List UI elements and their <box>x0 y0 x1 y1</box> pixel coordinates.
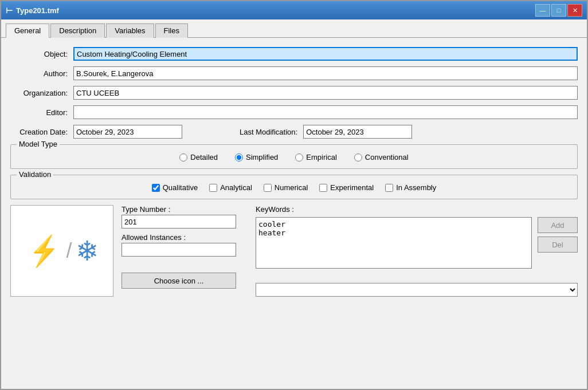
last-modification-label: Last Modification: <box>240 128 297 136</box>
radio-conventional-label: Conventional <box>365 153 409 161</box>
checkbox-numerical-input[interactable] <box>264 184 272 192</box>
editor-row: Editor: <box>10 105 578 119</box>
model-type-group: Model Type Detailed Simplified Empirical… <box>10 144 578 169</box>
last-modification-input[interactable] <box>303 125 412 139</box>
main-window: ⊢ Type201.tmf — □ ✕ General Description … <box>0 0 588 390</box>
radio-conventional[interactable]: Conventional <box>354 153 409 161</box>
checkbox-experimental[interactable]: Experimental <box>319 183 374 192</box>
keywords-section: KeyWords : Add Del <box>256 205 578 297</box>
minimize-button[interactable]: — <box>535 4 550 17</box>
title-buttons: — □ ✕ <box>535 4 582 17</box>
title-bar-left: ⊢ Type201.tmf <box>6 6 59 15</box>
validation-title: Validation <box>17 170 53 179</box>
close-button[interactable]: ✕ <box>567 4 582 17</box>
maximize-button[interactable]: □ <box>551 4 566 17</box>
add-button[interactable]: Add <box>538 217 578 233</box>
type-number-section: Type Number : <box>121 205 248 229</box>
choose-icon-button[interactable]: Choose icon ... <box>121 273 236 289</box>
checkbox-numerical[interactable]: Numerical <box>264 183 308 192</box>
creation-date-input[interactable] <box>73 125 182 139</box>
keywords-textarea[interactable] <box>256 217 532 269</box>
organization-row: Organization: <box>10 86 578 100</box>
checkbox-numerical-label: Numerical <box>275 183 308 192</box>
tab-bar: General Description Variables Files <box>1 19 587 38</box>
date-row: Creation Date: Last Modification: <box>10 125 578 139</box>
checkbox-experimental-input[interactable] <box>319 184 327 192</box>
tab-description[interactable]: Description <box>50 23 105 38</box>
author-label: Author: <box>10 69 73 78</box>
checkbox-analytical-label: Analytical <box>220 183 252 192</box>
tab-general[interactable]: General <box>6 23 49 38</box>
keywords-area: Add Del <box>256 217 578 279</box>
model-type-options: Detailed Simplified Empirical Convention… <box>19 151 569 161</box>
checkbox-experimental-label: Experimental <box>330 183 374 192</box>
validation-options: Qualitative Analytical Numerical Experim… <box>19 181 569 192</box>
object-input[interactable] <box>73 47 578 61</box>
radio-detailed[interactable]: Detailed <box>179 153 218 161</box>
radio-empirical-label: Empirical <box>306 153 336 161</box>
organization-label: Organization: <box>10 89 73 97</box>
model-type-title: Model Type <box>17 140 60 148</box>
tab-files[interactable]: Files <box>155 23 188 38</box>
editor-label: Editor: <box>10 108 73 117</box>
radio-empirical[interactable]: Empirical <box>295 153 336 161</box>
allowed-instances-section: Allowed Instances : <box>121 233 248 257</box>
type-number-label: Type Number : <box>121 205 248 214</box>
bolt-icon: ⚡ <box>29 234 59 269</box>
snowflake-icon: ❄ <box>76 235 99 267</box>
keywords-bottom <box>256 283 578 297</box>
keywords-dropdown[interactable] <box>256 283 578 297</box>
title-bar: ⊢ Type201.tmf — □ ✕ <box>1 1 587 19</box>
checkbox-in-assembly-input[interactable] <box>385 184 393 192</box>
del-button[interactable]: Del <box>538 237 578 253</box>
content-area: Object: Author: Organization: Editor: Cr… <box>1 38 587 389</box>
icon-preview: ⚡ / ❄ <box>10 205 113 297</box>
author-input[interactable] <box>73 66 578 80</box>
object-label: Object: <box>10 50 73 58</box>
keywords-label: KeyWords : <box>256 205 578 214</box>
action-buttons: Add Del <box>538 217 578 279</box>
validation-group: Validation Qualitative Analytical Numeri… <box>10 175 578 199</box>
radio-detailed-label: Detailed <box>190 153 218 161</box>
checkbox-qualitative[interactable]: Qualitative <box>152 183 198 192</box>
checkbox-qualitative-input[interactable] <box>152 184 160 192</box>
object-row: Object: <box>10 47 578 61</box>
window-icon: ⊢ <box>6 6 13 15</box>
tab-variables[interactable]: Variables <box>106 23 154 38</box>
slash-icon: / <box>66 239 72 263</box>
checkbox-qualitative-label: Qualitative <box>163 183 198 192</box>
middle-section: Type Number : Allowed Instances : Choose… <box>121 205 248 297</box>
radio-simplified-input[interactable] <box>235 153 243 161</box>
allowed-instances-input[interactable] <box>121 243 236 257</box>
author-row: Author: <box>10 66 578 80</box>
radio-simplified[interactable]: Simplified <box>235 153 278 161</box>
checkbox-in-assembly-label: In Assembly <box>396 183 436 192</box>
radio-conventional-input[interactable] <box>354 153 362 161</box>
allowed-instances-label: Allowed Instances : <box>121 233 248 242</box>
bottom-section: ⚡ / ❄ Type Number : Allowed Instances : … <box>10 205 578 297</box>
type-number-input[interactable] <box>121 215 236 229</box>
checkbox-analytical-input[interactable] <box>209 184 217 192</box>
radio-simplified-label: Simplified <box>246 153 278 161</box>
editor-input[interactable] <box>73 105 578 119</box>
icon-content: ⚡ / ❄ <box>25 234 98 269</box>
creation-date-label: Creation Date: <box>10 128 73 136</box>
checkbox-analytical[interactable]: Analytical <box>209 183 252 192</box>
radio-empirical-input[interactable] <box>295 153 303 161</box>
window-title: Type201.tmf <box>16 6 59 15</box>
checkbox-in-assembly[interactable]: In Assembly <box>385 183 436 192</box>
organization-input[interactable] <box>73 86 578 100</box>
radio-detailed-input[interactable] <box>179 153 187 161</box>
